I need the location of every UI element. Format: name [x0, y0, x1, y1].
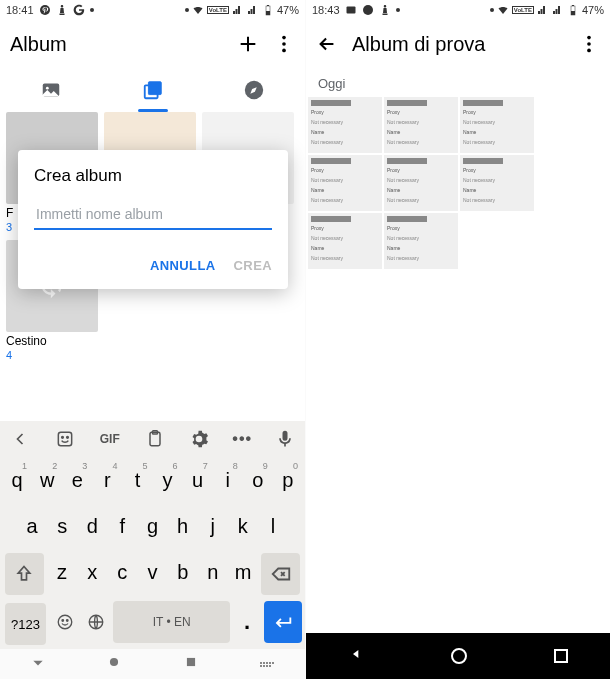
- nav-home[interactable]: [451, 648, 467, 664]
- mic-icon[interactable]: [273, 427, 297, 451]
- photo-thumb[interactable]: ProxyNot necessaryNameNot necessary: [460, 155, 534, 211]
- svg-rect-22: [187, 658, 195, 666]
- create-album-dialog: Crea album ANNULLA CREA: [18, 150, 288, 289]
- cancel-button[interactable]: ANNULLA: [150, 258, 216, 273]
- album-count: 3: [6, 221, 12, 233]
- battery-pct: 47%: [582, 4, 604, 16]
- tab-photos[interactable]: [0, 68, 102, 112]
- more-button[interactable]: [273, 33, 295, 55]
- language-key[interactable]: [82, 601, 111, 643]
- nav-bar: [0, 649, 305, 679]
- photo-thumb[interactable]: ProxyNot necessaryNameNot necessary: [460, 97, 534, 153]
- nav-recent[interactable]: [184, 655, 198, 673]
- svg-point-28: [587, 36, 591, 40]
- key-r[interactable]: 4r: [93, 459, 121, 501]
- more-icon[interactable]: •••: [232, 430, 252, 448]
- key-t[interactable]: 5t: [123, 459, 151, 501]
- key-q[interactable]: 1q: [3, 459, 31, 501]
- photo-thumb[interactable]: ProxyNot necessaryNameNot necessary: [308, 97, 382, 153]
- create-button[interactable]: CREA: [234, 258, 272, 273]
- svg-point-29: [587, 42, 591, 46]
- svg-rect-27: [572, 5, 574, 6]
- dot-icon: [90, 8, 94, 12]
- photo-thumb[interactable]: ProxyNot necessaryNameNot necessary: [308, 155, 382, 211]
- svg-point-21: [110, 658, 118, 666]
- spacebar-key[interactable]: IT • EN: [113, 601, 231, 643]
- key-p[interactable]: 0p: [274, 459, 302, 501]
- nav-back[interactable]: [349, 646, 365, 666]
- nav-bar: [306, 633, 610, 679]
- svg-point-24: [363, 5, 373, 15]
- period-key[interactable]: .: [232, 601, 261, 643]
- status-bar: 18:41 VoLTE 47%: [0, 0, 305, 20]
- date-section: Oggi: [306, 68, 610, 97]
- clipboard-icon[interactable]: [143, 427, 167, 451]
- back-button[interactable]: [316, 33, 338, 55]
- svg-point-4: [282, 36, 286, 40]
- key-b[interactable]: b: [169, 551, 197, 593]
- key-c[interactable]: c: [108, 551, 136, 593]
- key-d[interactable]: d: [78, 505, 106, 547]
- key-g[interactable]: g: [138, 505, 166, 547]
- key-j[interactable]: j: [199, 505, 227, 547]
- signal-icon: [537, 4, 549, 16]
- enter-key[interactable]: [264, 601, 302, 643]
- chevron-left-icon[interactable]: [8, 427, 32, 451]
- svg-point-18: [62, 620, 64, 622]
- pinterest-icon: [362, 4, 374, 16]
- svg-point-19: [66, 620, 68, 622]
- status-time: 18:43: [312, 4, 340, 16]
- svg-point-5: [282, 42, 286, 46]
- photo-thumb[interactable]: ProxyNot necessaryNameNot necessary: [384, 97, 458, 153]
- key-e[interactable]: 3e: [63, 459, 91, 501]
- svg-rect-26: [571, 11, 575, 15]
- key-f[interactable]: f: [108, 505, 136, 547]
- shift-key[interactable]: [5, 553, 44, 595]
- emoji-key[interactable]: [50, 601, 79, 643]
- nav-keyboard-switch[interactable]: [260, 662, 274, 667]
- nav-home[interactable]: [107, 655, 121, 673]
- google-icon: [73, 4, 85, 16]
- settings-icon[interactable]: [187, 427, 211, 451]
- key-y[interactable]: 6y: [154, 459, 182, 501]
- photo-thumb[interactable]: ProxyNot necessaryNameNot necessary: [308, 213, 382, 269]
- volte-icon: VoLTE: [207, 6, 229, 14]
- header: Album: [0, 20, 305, 68]
- dot-icon: [490, 8, 494, 12]
- key-v[interactable]: v: [138, 551, 166, 593]
- album-name-input[interactable]: [34, 202, 272, 230]
- sticker-icon[interactable]: [53, 427, 77, 451]
- key-l[interactable]: l: [259, 505, 287, 547]
- svg-point-13: [62, 437, 64, 439]
- chess-icon: [379, 4, 391, 16]
- symbols-key[interactable]: ?123: [5, 603, 46, 645]
- wifi-icon: [497, 4, 509, 16]
- backspace-key[interactable]: [261, 553, 300, 595]
- more-button[interactable]: [578, 33, 600, 55]
- nav-back[interactable]: [31, 655, 45, 673]
- key-n[interactable]: n: [199, 551, 227, 593]
- key-k[interactable]: k: [229, 505, 257, 547]
- key-h[interactable]: h: [169, 505, 197, 547]
- svg-point-17: [58, 615, 72, 629]
- wifi-icon: [192, 4, 204, 16]
- key-a[interactable]: a: [18, 505, 46, 547]
- key-o[interactable]: 9o: [244, 459, 272, 501]
- key-x[interactable]: x: [78, 551, 106, 593]
- add-button[interactable]: [237, 33, 259, 55]
- key-s[interactable]: s: [48, 505, 76, 547]
- tab-albums[interactable]: [102, 68, 204, 112]
- key-u[interactable]: 7u: [184, 459, 212, 501]
- tab-explore[interactable]: [203, 68, 305, 112]
- nav-recent[interactable]: [554, 649, 568, 663]
- photo-thumb[interactable]: ProxyNot necessaryNameNot necessary: [384, 155, 458, 211]
- key-w[interactable]: 2w: [33, 459, 61, 501]
- photo-thumb[interactable]: ProxyNot necessaryNameNot necessary: [384, 213, 458, 269]
- gif-button[interactable]: GIF: [98, 427, 122, 451]
- key-i[interactable]: 8i: [214, 459, 242, 501]
- battery-icon: [262, 4, 274, 16]
- key-m[interactable]: m: [229, 551, 257, 593]
- trash-title: Cestino: [6, 334, 47, 348]
- status-time: 18:41: [6, 4, 34, 16]
- key-z[interactable]: z: [48, 551, 76, 593]
